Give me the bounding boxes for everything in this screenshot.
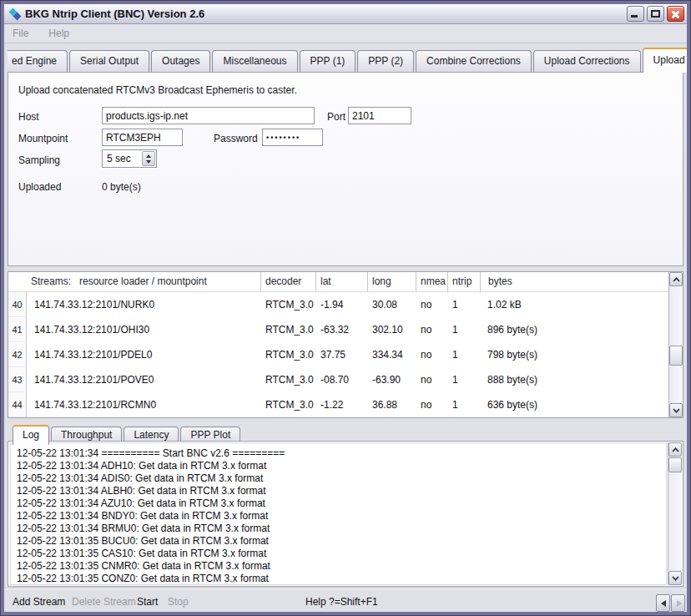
tab-serial-output[interactable]: Serial Output	[69, 50, 149, 72]
host-input[interactable]	[102, 107, 315, 124]
app-icon	[8, 8, 22, 21]
log-scroll-thumb[interactable]	[668, 457, 682, 472]
row-number: 43	[8, 367, 27, 392]
tab-outages[interactable]: Outages	[151, 50, 210, 72]
scroll-up-icon	[673, 277, 680, 282]
scroll-up-button[interactable]	[668, 442, 682, 457]
row-number: 44	[8, 392, 27, 417]
log-line: 12-05-22 13:01:35 CNMR0: Get data in RTC…	[17, 560, 666, 573]
log-line: 12-05-22 13:01:34 ADH10: Get data in RTC…	[17, 460, 666, 472]
footer-divider	[4, 588, 687, 589]
log-viewport: 12-05-22 13:01:34 ========== Start BNC v…	[10, 442, 667, 585]
row-number: 41	[8, 317, 27, 342]
log-line: 12-05-22 13:01:35 CAS10: Get data in RTC…	[17, 548, 666, 560]
tab-upload-ephemeris[interactable]: Upload Ephemeris	[643, 48, 687, 73]
log-line: 12-05-22 13:01:35 BUCU0: Get data in RTC…	[17, 535, 666, 548]
password-label: Password	[214, 133, 258, 144]
upload-ephemeris-panel: Upload concatenated RTCMv3 Broadcast Eph…	[8, 72, 683, 266]
table-row[interactable]: 41 141.74.33.12:2101/OHI30 RTCM_3.0 -63.…	[8, 317, 668, 342]
streams-table: Streams: resource loader / mountpoint de…	[8, 271, 683, 418]
header-nmea[interactable]: nmea	[416, 272, 447, 291]
sampling-value: 5 sec	[107, 153, 131, 164]
app-window: BKG Ntrip Client (BNC) Version 2.6 File …	[0, 0, 691, 616]
scroll-down-icon	[673, 408, 680, 413]
header-long[interactable]: long	[367, 272, 416, 291]
menu-help[interactable]: Help	[48, 28, 69, 39]
maximize-icon	[651, 10, 660, 18]
table-row[interactable]: 42 141.74.33.12:2101/PDEL0 RTCM_3.0 37.7…	[8, 342, 668, 367]
tab-upload-corrections[interactable]: Upload Corrections	[533, 50, 641, 72]
add-stream-button[interactable]: Add Stream	[13, 596, 65, 608]
scroll-up-icon	[672, 447, 679, 452]
password-input[interactable]	[262, 129, 323, 146]
sampling-spinbox[interactable]: 5 sec	[102, 149, 157, 168]
log-line: 12-05-22 13:01:34 BRMU0: Get data in RTC…	[17, 523, 666, 535]
streams-scroll-thumb[interactable]	[669, 346, 683, 366]
header-corner	[8, 272, 27, 291]
mountpoint-input[interactable]	[102, 129, 183, 146]
streams-scrollbar[interactable]	[668, 272, 683, 417]
log-scrollbar[interactable]	[668, 442, 682, 585]
log-line: 12-05-22 13:01:34 AZU10: Get data in RTC…	[17, 497, 666, 510]
uploaded-label: Uploaded	[18, 181, 61, 193]
header-bytes[interactable]: bytes	[480, 272, 668, 291]
tab-miscellaneous[interactable]: Miscellaneous	[212, 50, 297, 72]
menu-file[interactable]: File	[13, 28, 28, 39]
header-mountpoint[interactable]: Streams: resource loader / mountpoint	[27, 272, 260, 291]
panel-description: Upload concatenated RTCMv3 Broadcast Eph…	[18, 84, 297, 96]
streams-table-header: Streams: resource loader / mountpoint de…	[8, 272, 668, 292]
table-row[interactable]: 44 141.74.33.12:2101/RCMN0 RTCM_3.0 -1.2…	[8, 392, 668, 417]
tab-combine-corrections[interactable]: Combine Corrections	[416, 50, 532, 72]
log-line: 12-05-22 13:01:34 ALBH0: Get data in RTC…	[17, 485, 666, 497]
header-decoder[interactable]: decoder	[260, 272, 315, 291]
close-button[interactable]	[667, 6, 684, 22]
port-label: Port	[327, 111, 346, 123]
minimize-button[interactable]	[627, 6, 644, 22]
table-row[interactable]: 40 141.74.33.12:2101/NURK0 RTCM_3.0 -1.9…	[8, 292, 668, 317]
table-row[interactable]: 43 141.74.33.12:2101/POVE0 RTCM_3.0 -08.…	[8, 367, 668, 392]
sampling-decrement-button[interactable]	[143, 158, 154, 165]
maximize-button[interactable]	[647, 6, 664, 22]
scroll-down-icon	[672, 576, 679, 581]
minimize-icon	[631, 15, 638, 18]
scroll-down-button[interactable]	[668, 571, 682, 585]
tab-ppp-2[interactable]: PPP (2)	[357, 50, 414, 72]
footer-button-bar: Add Stream Delete Stream Start Stop Help…	[4, 590, 687, 612]
log-panel: 12-05-22 13:01:34 ========== Start BNC v…	[8, 441, 683, 587]
header-ntrip[interactable]: ntrip	[447, 272, 480, 291]
settings-tab-bar: ed Engine Serial Output Outages Miscella…	[4, 44, 687, 72]
window-title: BKG Ntrip Client (BNC) Version 2.6	[25, 8, 627, 20]
window-client-area: BKG Ntrip Client (BNC) Version 2.6 File …	[4, 4, 687, 612]
port-input[interactable]	[348, 107, 411, 124]
tab-log[interactable]: Log	[13, 425, 49, 445]
menu-bar: File Help	[4, 24, 687, 43]
log-line: 12-05-22 13:01:35 CONZ0: Get data in RTC…	[17, 573, 666, 585]
row-number: 42	[8, 342, 27, 367]
log-line: 12-05-22 13:01:34 BNDY0: Get data in RTC…	[17, 510, 666, 523]
tab-feed-engine[interactable]: ed Engine	[8, 50, 68, 72]
delete-stream-button[interactable]: Delete Stream	[72, 596, 136, 608]
log-line: 12-05-22 13:01:34 ADIS0: Get data in RTC…	[17, 472, 666, 485]
tab-ppp-1[interactable]: PPP (1)	[300, 50, 356, 72]
header-lat[interactable]: lat	[315, 272, 367, 291]
uploaded-value: 0 byte(s)	[102, 181, 141, 193]
sampling-label: Sampling	[18, 154, 60, 166]
help-shortcut-label: Help ?=Shift+F1	[305, 596, 378, 608]
row-number: 40	[8, 292, 27, 317]
title-bar[interactable]: BKG Ntrip Client (BNC) Version 2.6	[4, 4, 687, 24]
spin-down-icon	[146, 160, 151, 164]
stop-button[interactable]: Stop	[168, 596, 189, 608]
scroll-down-button[interactable]	[669, 403, 683, 417]
start-button[interactable]: Start	[137, 596, 158, 608]
log-line: 12-05-22 13:01:34 ========== Start BNC v…	[17, 447, 666, 460]
mountpoint-label: Mountpoint	[18, 133, 68, 144]
scroll-up-button[interactable]	[669, 272, 683, 286]
host-label: Host	[18, 111, 39, 123]
